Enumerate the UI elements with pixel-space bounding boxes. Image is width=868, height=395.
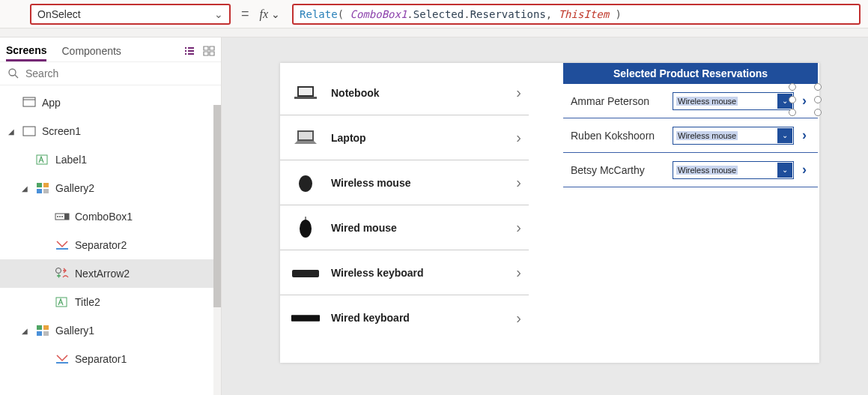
label-icon [34, 154, 51, 166]
formula-bar: OnSelect ⌄ = fx ⌄ Relate( ComboBox1.Sele… [0, 0, 868, 28]
svg-rect-8 [37, 189, 42, 193]
chevron-down-icon: ⌄ [214, 8, 223, 20]
product-thumb-icon [291, 173, 321, 193]
caret-down-icon[interactable]: ◢ [6, 127, 16, 136]
app-preview: Notebook › Laptop › Wireless mouse › [280, 63, 819, 363]
product-row[interactable]: Laptop › [280, 115, 529, 160]
property-selector-value: OnSelect [37, 8, 81, 20]
app-icon [21, 97, 37, 109]
products-gallery: Notebook › Laptop › Wireless mouse › [280, 63, 529, 363]
svg-rect-32 [292, 270, 319, 277]
svg-marker-28 [294, 141, 317, 144]
svg-rect-27 [299, 132, 312, 139]
svg-rect-21 [43, 331, 49, 336]
tree-view-pane: Screens Components [0, 37, 222, 395]
svg-point-12 [57, 216, 58, 217]
tree-app[interactable]: App [0, 88, 221, 117]
reservation-row[interactable]: Ammar Peterson Wireless mouse ⌄ › [563, 84, 818, 118]
svg-line-1 [15, 75, 18, 78]
search-icon [7, 67, 19, 79]
product-row[interactable]: Wireless mouse › [280, 160, 529, 205]
tree-list-icon[interactable] [183, 46, 195, 56]
svg-rect-33 [291, 315, 320, 322]
label-icon [54, 296, 70, 308]
svg-rect-25 [294, 97, 317, 99]
scrollbar-thumb[interactable] [213, 105, 221, 307]
product-combobox[interactable]: Wireless mouse ⌄ [673, 92, 794, 110]
svg-rect-7 [43, 183, 49, 187]
reservations-header: Selected Product Reservations [563, 63, 818, 84]
canvas[interactable]: Notebook › Laptop › Wireless mouse › [222, 37, 868, 395]
svg-rect-22 [56, 362, 68, 364]
chevron-right-icon[interactable]: › [516, 129, 521, 146]
tree-grid-icon[interactable] [203, 46, 215, 56]
icon-control-icon [54, 267, 70, 280]
tree-view: App ◢ Screen1 Label1 ◢ [0, 85, 221, 395]
svg-rect-6 [37, 183, 42, 187]
product-row[interactable]: Wired keyboard › [280, 295, 529, 340]
formula-expand-bar[interactable] [0, 28, 868, 37]
screen-icon [21, 126, 37, 136]
tree-nextarrow2[interactable]: NextArrow2 [0, 259, 221, 288]
product-thumb-icon [291, 83, 321, 103]
equals-sign: = [238, 6, 252, 22]
tree-combobox1[interactable]: ComboBox1 [0, 202, 221, 231]
product-row[interactable]: Notebook › [280, 70, 529, 115]
product-thumb-icon [291, 128, 321, 148]
next-arrow-icon[interactable]: › [798, 127, 810, 143]
tree-title2[interactable]: Title2 [0, 288, 221, 316]
chevron-right-icon[interactable]: › [516, 310, 521, 327]
tab-components[interactable]: Components [61, 42, 121, 60]
svg-rect-2 [23, 97, 35, 106]
tree-gallery2[interactable]: ◢ Gallery2 [0, 174, 221, 202]
tab-screens[interactable]: Screens [6, 41, 46, 61]
tree-gallery1[interactable]: ◢ Gallery1 [0, 316, 221, 345]
combobox-icon [54, 211, 70, 222]
svg-rect-24 [299, 88, 312, 95]
svg-point-13 [59, 216, 61, 217]
next-arrow-icon[interactable]: › [798, 162, 810, 178]
caret-down-icon[interactable]: ◢ [19, 184, 30, 193]
formula-input[interactable]: Relate( ComboBox1.Selected.Reservations,… [292, 4, 861, 25]
chevron-right-icon[interactable]: › [516, 174, 521, 191]
product-thumb-icon [291, 263, 321, 283]
property-selector[interactable]: OnSelect ⌄ [30, 4, 231, 25]
svg-rect-15 [56, 248, 68, 250]
svg-rect-9 [43, 189, 49, 193]
tree-label1[interactable]: Label1 [0, 145, 221, 174]
reservation-row[interactable]: Ruben Kokshoorn Wireless mouse ⌄ › [563, 118, 818, 153]
svg-point-16 [56, 268, 61, 274]
svg-rect-11 [64, 214, 69, 220]
next-arrow-icon[interactable]: › [798, 93, 810, 109]
chevron-down-icon: ⌄ [271, 8, 280, 20]
svg-rect-20 [37, 331, 42, 336]
caret-down-icon[interactable]: ◢ [19, 327, 30, 335]
chevron-right-icon[interactable]: › [516, 264, 521, 281]
fx-label[interactable]: fx ⌄ [260, 7, 285, 21]
product-row[interactable]: Wireless keyboard › [280, 250, 529, 295]
chevron-down-icon[interactable]: ⌄ [777, 163, 792, 178]
chevron-right-icon[interactable]: › [516, 219, 521, 236]
chevron-down-icon[interactable]: ⌄ [777, 128, 792, 143]
svg-rect-4 [23, 127, 35, 136]
reservations-gallery: Selected Product Reservations Ammar Pete… [563, 63, 818, 363]
separator-icon [54, 239, 70, 251]
tree-screen1[interactable]: ◢ Screen1 [0, 117, 221, 145]
svg-rect-19 [43, 325, 49, 330]
product-thumb-icon [291, 308, 321, 328]
tree-separator2[interactable]: Separator2 [0, 231, 221, 259]
reservation-row[interactable]: Betsy McCarthy Wireless mouse ⌄ › [563, 153, 818, 187]
product-combobox[interactable]: Wireless mouse ⌄ [673, 127, 794, 145]
tree-scrollbar[interactable] [213, 105, 221, 395]
chevron-right-icon[interactable]: › [516, 84, 521, 101]
search-input[interactable] [24, 67, 213, 80]
product-combobox[interactable]: Wireless mouse ⌄ [673, 161, 794, 179]
svg-point-29 [299, 175, 312, 192]
product-row[interactable]: Wired mouse › [280, 205, 529, 250]
product-thumb-icon [291, 218, 321, 238]
gallery-icon [34, 182, 51, 194]
chevron-down-icon[interactable]: ⌄ [777, 94, 792, 109]
tree-separator1[interactable]: Separator1 [0, 345, 221, 373]
separator-icon [54, 353, 70, 365]
svg-rect-18 [37, 325, 42, 330]
